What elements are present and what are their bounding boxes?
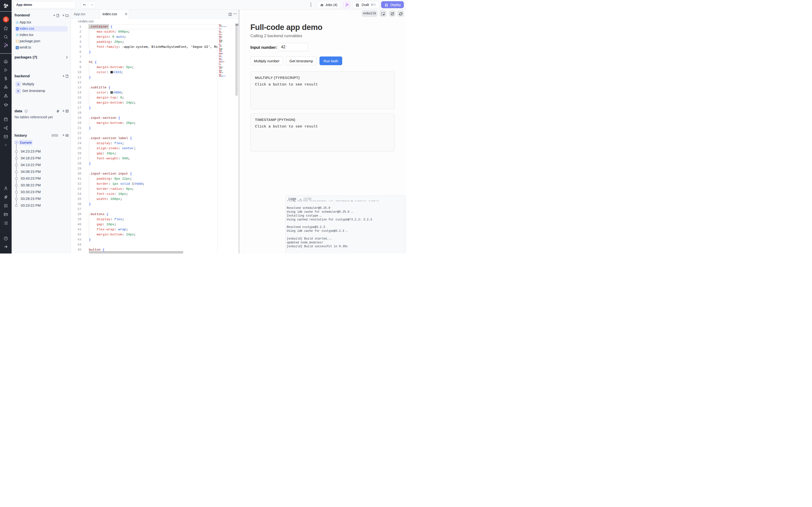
svg-text:TS: TS xyxy=(16,47,18,49)
